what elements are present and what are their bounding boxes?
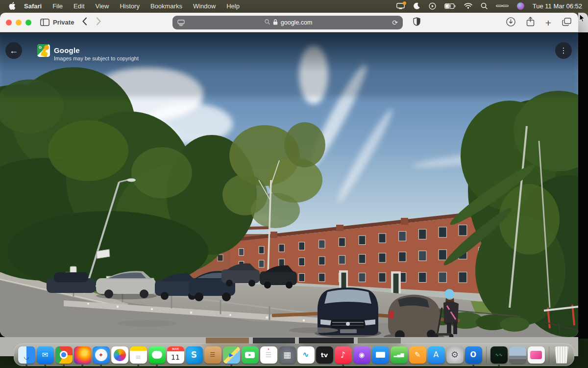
dock-item-pages[interactable]: ✎ <box>408 344 427 366</box>
menu-file[interactable]: File <box>47 0 68 12</box>
background-window <box>578 13 588 339</box>
menu-safari[interactable]: Safari <box>19 0 47 12</box>
new-tab-button[interactable]: + <box>545 18 551 28</box>
podcasts-icon: ◉ <box>353 346 370 364</box>
dock-item-skype[interactable]: S <box>185 344 203 366</box>
url-text[interactable]: google.com <box>281 19 313 26</box>
menu-bar-status: Tue 11 Mar 06:52 <box>396 2 588 10</box>
dock-item-photos[interactable] <box>110 344 129 366</box>
provider-title: Google <box>54 46 80 54</box>
background-window-content <box>578 32 588 339</box>
more-options-button[interactable]: ⋮ <box>555 42 572 59</box>
launchpad-icon: ▦ <box>279 346 296 364</box>
dock-item-safari[interactable]: ✦ <box>92 344 110 366</box>
running-indicator <box>137 365 139 367</box>
running-indicator <box>100 365 102 367</box>
dock-item-messages[interactable] <box>147 344 166 366</box>
dock-item-firefox[interactable] <box>73 344 92 366</box>
menu-history[interactable]: History <box>114 0 145 12</box>
window-photo-icon <box>509 346 526 364</box>
running-indicator <box>81 365 83 367</box>
street-view-photo[interactable]: ← G Google Images may be subject to copy… <box>0 33 578 337</box>
dock-item-launchpad[interactable]: ▦ <box>278 344 296 366</box>
menu-help[interactable]: Help <box>221 0 245 12</box>
dock-item-contacts[interactable]: ☰ <box>203 344 222 366</box>
dock-item-maps[interactable]: ▶ <box>222 344 241 366</box>
dock-item-mail[interactable]: ✉ <box>36 344 54 366</box>
outlook-icon: O <box>465 346 482 364</box>
facetime-icon: ▸ <box>242 346 259 364</box>
dock-item-outlook[interactable]: O <box>464 344 483 366</box>
dock-item-window-pink-display[interactable] <box>527 344 545 366</box>
forward-button[interactable] <box>96 17 101 28</box>
sidebar-toggle-button[interactable] <box>40 19 49 26</box>
safari-window: Private google.com ⟳ <box>0 13 578 356</box>
battery-charging-icon[interactable] <box>444 3 456 9</box>
dock-item-keynote[interactable]: ┬ <box>371 344 390 366</box>
settings-icon: ⚙ <box>446 346 464 364</box>
web-page: ← G Google Images may be subject to copy… <box>0 33 578 356</box>
dock-item-appstore[interactable]: A <box>427 344 445 366</box>
dock-item-freeform[interactable]: ∿ <box>296 344 315 366</box>
mouse-cursor <box>579 14 585 23</box>
spotlight-search-icon[interactable] <box>481 2 488 9</box>
music-icon: ♪ <box>335 346 352 364</box>
downloads-button[interactable] <box>506 17 515 28</box>
street-view-scene <box>0 33 578 337</box>
running-indicator <box>25 365 27 367</box>
running-indicator <box>342 365 344 367</box>
menu-bar: SafariFileEditViewHistoryBookmarksWindow… <box>0 0 588 12</box>
dock-item-window-terminal[interactable]: ∿∿ <box>490 344 508 366</box>
dock-item-calendar[interactable]: 11MAR <box>166 344 185 366</box>
apple-menu[interactable] <box>6 2 19 10</box>
dock-divider <box>545 344 552 366</box>
dock-item-reminders[interactable]: ☰• <box>259 344 278 366</box>
running-indicator <box>44 365 46 367</box>
close-window-button[interactable] <box>6 20 12 26</box>
dock-item-window-photo[interactable] <box>508 344 527 366</box>
window-controls <box>0 20 31 26</box>
screen-mirroring-alert-icon[interactable] <box>396 3 405 9</box>
dock-item-chrome[interactable] <box>54 344 73 366</box>
dock-item-notes[interactable]: ≡ <box>129 344 147 366</box>
reload-button[interactable]: ⟳ <box>392 19 398 26</box>
menu-view[interactable]: View <box>90 0 115 12</box>
search-icon <box>265 19 270 26</box>
appletv-icon: tv <box>316 346 333 364</box>
dock-item-numbers[interactable]: ▂▄▆ <box>390 344 408 366</box>
dock-item-settings[interactable]: ⚙ <box>445 344 464 366</box>
privacy-shield-icon[interactable] <box>413 17 420 28</box>
menu-edit[interactable]: Edit <box>68 0 90 12</box>
dock-item-music[interactable]: ♪ <box>334 344 352 366</box>
mail-icon: ✉ <box>37 346 54 364</box>
dock-divider <box>483 344 490 366</box>
menu-bookmarks[interactable]: Bookmarks <box>145 0 188 12</box>
lock-icon <box>273 19 278 26</box>
menu-bar-clock[interactable]: Tue 11 Mar 06:52 <box>533 2 582 10</box>
address-bar[interactable]: google.com ⟳ <box>172 16 403 29</box>
minimize-window-button[interactable] <box>16 20 22 26</box>
dock-item-facetime[interactable]: ▸ <box>241 344 259 366</box>
menu-window[interactable]: Window <box>188 0 221 12</box>
dock-item-appletv[interactable]: tv <box>315 344 334 366</box>
control-center-icon[interactable] <box>496 4 509 7</box>
alert-dot <box>403 1 406 5</box>
dock-item-trash[interactable] <box>552 344 571 366</box>
zoom-window-button[interactable] <box>25 20 31 26</box>
running-indicator <box>63 365 65 367</box>
share-button[interactable] <box>526 17 535 28</box>
focus-moon-icon[interactable] <box>413 2 420 10</box>
street-view-back-button[interactable]: ← <box>5 42 22 59</box>
page-appearance-icon[interactable] <box>177 20 185 26</box>
numbers-icon: ▂▄▆ <box>391 346 408 364</box>
freeform-icon: ∿ <box>297 346 315 364</box>
photos-icon <box>111 346 128 364</box>
dock-item-podcasts[interactable]: ◉ <box>352 344 371 366</box>
tab-overview-button[interactable] <box>562 18 571 28</box>
window-terminal-icon: ∿∿ <box>490 346 508 364</box>
wifi-icon[interactable] <box>464 3 472 9</box>
dock-item-finder[interactable]: ◡ <box>17 344 36 366</box>
siri-icon[interactable] <box>517 2 524 10</box>
now-playing-icon[interactable] <box>429 2 436 10</box>
back-button[interactable] <box>82 17 87 28</box>
